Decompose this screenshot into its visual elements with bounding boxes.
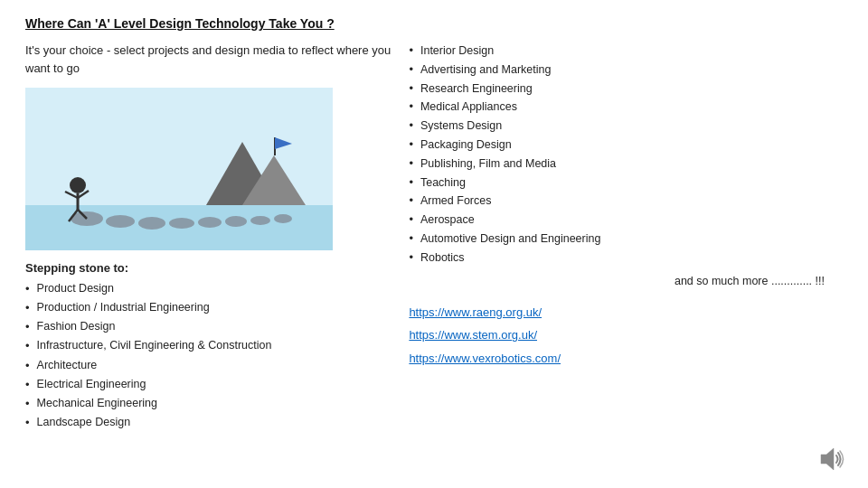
list-item: Product Design	[25, 280, 391, 298]
list-item: Teaching	[409, 174, 843, 192]
resource-link[interactable]: https://www.raeng.org.uk/	[409, 304, 843, 322]
list-item: Armed Forces	[409, 192, 843, 211]
list-item: Landscape Design	[25, 414, 391, 432]
list-item: Systems Design	[409, 117, 843, 136]
page-title: Where Can 'A' Level Design Technology Ta…	[25, 16, 843, 31]
left-column: It's your choice - select projects and d…	[25, 42, 400, 475]
illustration	[25, 88, 333, 250]
main-content: It's your choice - select projects and d…	[25, 42, 843, 475]
links-section: https://www.raeng.org.uk/https://www.ste…	[409, 304, 843, 368]
list-item: Infrastructure, Civil Engineering & Cons…	[25, 337, 391, 355]
list-item: Advertising and Marketing	[409, 61, 843, 80]
svg-point-12	[250, 216, 270, 225]
list-item: Production / Industrial Engineering	[25, 299, 391, 317]
svg-marker-20	[821, 448, 834, 470]
speaker-icon[interactable]	[817, 446, 846, 472]
svg-point-8	[138, 217, 165, 230]
list-item: Architecture	[25, 357, 391, 375]
list-item: Mechanical Engineering	[25, 395, 391, 413]
svg-point-9	[169, 218, 194, 229]
svg-point-11	[225, 216, 247, 227]
page-container: Where Can 'A' Level Design Technology Ta…	[0, 0, 868, 488]
list-item: Robotics	[409, 249, 843, 267]
list-item: Interior Design	[409, 42, 843, 61]
svg-point-14	[70, 177, 86, 193]
resource-link[interactable]: https://www.stem.org.uk/	[409, 326, 843, 344]
intro-text: It's your choice - select projects and d…	[25, 42, 391, 77]
right-column: Interior DesignAdvertising and Marketing…	[400, 42, 843, 475]
list-item: Packaging Design	[409, 136, 843, 155]
resource-link[interactable]: https://www.vexrobotics.com/	[409, 350, 843, 368]
svg-point-13	[274, 214, 292, 223]
list-item: Aerospace	[409, 211, 843, 230]
left-bullet-list: Product DesignProduction / Industrial En…	[25, 280, 391, 433]
stepping-stone-label: Stepping stone to:	[25, 261, 391, 275]
career-list: Interior DesignAdvertising and Marketing…	[409, 42, 843, 267]
list-item: Fashion Design	[25, 318, 391, 336]
and-more-text: and so much more ............. !!!	[409, 275, 843, 287]
list-item: Electrical Engineering	[25, 376, 391, 394]
svg-point-7	[106, 215, 135, 228]
list-item: Publishing, Film and Media	[409, 155, 843, 174]
list-item: Research Engineering	[409, 80, 843, 99]
svg-point-10	[198, 217, 222, 228]
list-item: Medical Appliances	[409, 98, 843, 117]
list-item: Automotive Design and Engineering	[409, 230, 843, 249]
